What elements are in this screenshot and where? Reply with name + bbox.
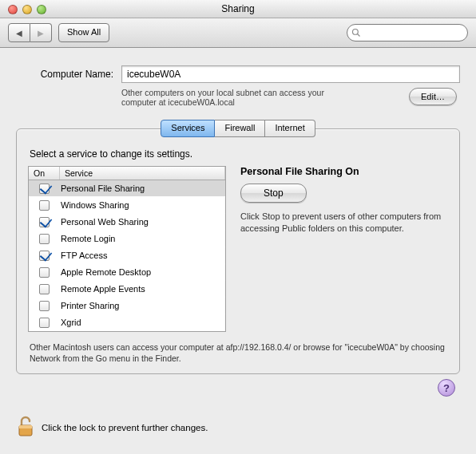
panel-instruction: Select a service to change its settings. — [30, 148, 448, 160]
computer-name-field[interactable]: icecubeW0A — [121, 65, 460, 83]
col-header-service[interactable]: Service — [60, 167, 225, 180]
table-row[interactable]: Xgrid — [29, 314, 225, 331]
tab-services[interactable]: Services — [161, 120, 215, 137]
lock-hint: Click the lock to prevent further change… — [42, 423, 208, 432]
service-name: Apple Remote Desktop — [59, 267, 225, 277]
table-row[interactable]: Remote Apple Events — [29, 281, 225, 298]
table-row[interactable]: Printer Sharing — [29, 298, 225, 314]
tab-bar: Services Firewall Internet — [16, 120, 460, 137]
computer-name-label: Computer Name: — [16, 69, 121, 80]
service-checkbox[interactable] — [39, 251, 50, 261]
table-row[interactable]: Apple Remote Desktop — [29, 264, 225, 281]
svg-rect-3 — [19, 425, 32, 428]
services-panel: Select a service to change its settings.… — [16, 128, 460, 374]
window-title: Sharing — [0, 0, 476, 18]
table-row[interactable]: FTP Access — [29, 247, 225, 264]
svg-line-1 — [358, 34, 360, 37]
tab-internet[interactable]: Internet — [265, 120, 315, 137]
tab-firewall[interactable]: Firewall — [215, 120, 265, 137]
service-name: Personal File Sharing — [59, 184, 225, 193]
help-button[interactable]: ? — [438, 379, 455, 397]
window-controls — [8, 5, 46, 14]
service-name: Printer Sharing — [59, 301, 225, 310]
close-button[interactable] — [8, 5, 18, 14]
service-detail: Personal File Sharing On Stop Click Stop… — [240, 166, 448, 332]
edit-button[interactable]: Edit… — [409, 88, 457, 105]
zoom-button[interactable] — [37, 5, 46, 14]
service-name: Remote Login — [59, 234, 225, 243]
service-name: Xgrid — [59, 318, 225, 327]
stop-button[interactable]: Stop — [240, 184, 307, 203]
search-field[interactable] — [347, 24, 468, 41]
triangle-left-icon: ◀ — [16, 29, 22, 38]
service-checkbox[interactable] — [39, 284, 50, 294]
lock-row: Click the lock to prevent further change… — [16, 416, 208, 440]
computer-name-hint: Other computers on your local subnet can… — [121, 88, 361, 107]
service-checkbox[interactable] — [39, 301, 50, 311]
service-checkbox[interactable] — [39, 200, 50, 211]
col-header-on[interactable]: On — [29, 167, 60, 180]
service-checkbox[interactable] — [39, 318, 50, 328]
service-checkbox[interactable] — [39, 184, 50, 194]
back-button[interactable]: ◀ — [8, 23, 30, 42]
minimize-button[interactable] — [22, 5, 32, 14]
table-row[interactable]: Windows Sharing — [29, 197, 225, 214]
panel-footnote: Other Macintosh users can access your co… — [30, 341, 446, 364]
forward-button[interactable]: ▶ — [30, 23, 52, 42]
sharing-prefpane-window: Sharing ◀ ▶ Show All Computer Name: icec… — [0, 0, 476, 454]
detail-title: Personal File Sharing On — [240, 166, 448, 177]
table-row[interactable]: Personal File Sharing — [29, 180, 225, 197]
triangle-right-icon: ▶ — [38, 29, 44, 38]
service-name: Personal Web Sharing — [59, 217, 225, 227]
search-icon — [351, 28, 361, 38]
svg-point-0 — [353, 30, 359, 35]
services-table: On Service Personal File SharingWindows … — [28, 166, 226, 332]
service-name: FTP Access — [59, 251, 225, 260]
service-checkbox[interactable] — [39, 234, 50, 244]
toolbar: ◀ ▶ Show All — [0, 18, 476, 48]
lock-icon[interactable] — [16, 416, 35, 440]
service-checkbox[interactable] — [39, 217, 50, 227]
table-row[interactable]: Personal Web Sharing — [29, 214, 225, 231]
nav-segment: ◀ ▶ — [8, 23, 52, 42]
service-checkbox[interactable] — [39, 267, 50, 278]
show-all-button[interactable]: Show All — [58, 23, 109, 42]
service-name: Remote Apple Events — [59, 284, 225, 294]
detail-text: Click Stop to prevent users of other com… — [240, 211, 448, 235]
table-row[interactable]: Remote Login — [29, 231, 225, 247]
search-input[interactable] — [361, 27, 452, 38]
service-name: Windows Sharing — [59, 200, 225, 210]
